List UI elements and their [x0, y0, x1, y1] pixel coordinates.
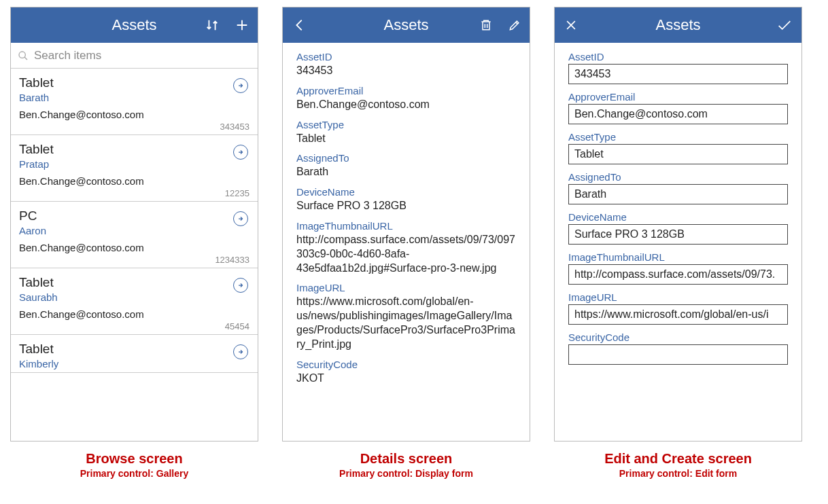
item-email: Ben.Change@contoso.com: [19, 109, 249, 120]
open-item-icon[interactable]: [233, 344, 248, 359]
display-field: ImageThumbnailURLhttp://compass.surface.…: [296, 220, 516, 275]
browse-title: Assets: [111, 16, 156, 34]
field-value: Ben.Change@contoso.com: [296, 98, 516, 112]
item-email: Ben.Change@contoso.com: [19, 175, 249, 187]
form-input[interactable]: [568, 264, 788, 285]
details-panel: Assets AssetID343453ApproverEmailBen.Cha…: [282, 7, 530, 442]
field-label: SecurityCode: [296, 359, 516, 370]
open-item-icon[interactable]: [233, 211, 248, 226]
field-label: AssetType: [296, 119, 516, 130]
form-field: ApproverEmail: [568, 91, 788, 124]
display-field: AssetID343453: [296, 51, 516, 78]
display-field: SecurityCodeJKOT: [296, 359, 516, 386]
form-input[interactable]: [568, 184, 788, 204]
form-label: DeviceName: [568, 211, 788, 223]
item-subtitle: Aaron: [19, 225, 249, 236]
open-item-icon[interactable]: [233, 78, 248, 93]
edit-header: Assets: [555, 7, 801, 43]
add-icon[interactable]: [235, 18, 249, 33]
form-field: AssetID: [568, 51, 788, 84]
form-input[interactable]: [568, 224, 788, 245]
search-box[interactable]: Search items: [11, 43, 258, 69]
edit-form: AssetIDApproverEmailAssetTypeAssignedToD…: [555, 43, 801, 441]
item-email: Ben.Change@contoso.com: [19, 308, 249, 320]
item-id: 1234333: [19, 255, 249, 265]
edit-title: Assets: [655, 16, 700, 34]
form-field: ImageURL: [568, 291, 788, 325]
form-input[interactable]: [568, 64, 788, 84]
item-subtitle: Kimberly: [19, 358, 249, 370]
display-field: AssignedToBarath: [296, 152, 516, 179]
panels: Assets S: [10, 7, 818, 442]
field-value: 343453: [296, 64, 516, 78]
edit-caption: Edit and Create screen Primary control: …: [554, 451, 802, 479]
form-label: ImageThumbnailURL: [568, 251, 788, 263]
display-form: AssetID343453ApproverEmailBen.Change@con…: [283, 43, 530, 441]
display-field: ImageURLhttps://www.microsoft.com/global…: [296, 282, 516, 351]
edit-caption-sub: Primary control: Edit form: [554, 468, 802, 479]
edit-caption-title: Edit and Create screen: [554, 451, 802, 467]
search-placeholder: Search items: [34, 49, 101, 62]
field-value: Tablet: [296, 132, 516, 146]
field-value: Barath: [296, 165, 516, 179]
form-label: ImageURL: [568, 291, 788, 303]
form-field: AssetType: [568, 131, 788, 164]
edit-panel: Assets AssetIDApproverEmailAssetTypeAssi…: [554, 7, 802, 442]
field-label: AssetID: [296, 51, 516, 62]
form-input[interactable]: [568, 344, 788, 365]
save-icon[interactable]: [776, 18, 793, 32]
field-value: https://www.microsoft.com/global/en-us/n…: [296, 295, 516, 351]
item-id: 343453: [19, 122, 249, 132]
item-subtitle: Barath: [19, 92, 249, 103]
back-icon[interactable]: [292, 18, 307, 33]
details-title: Assets: [383, 16, 428, 34]
browse-panel: Assets S: [10, 7, 258, 442]
item-id: 12235: [19, 188, 249, 198]
item-title: Tablet: [19, 142, 249, 157]
list-item[interactable]: TabletPratapBen.Change@contoso.com12235: [11, 135, 258, 202]
form-input[interactable]: [568, 104, 788, 124]
open-item-icon[interactable]: [233, 145, 248, 160]
list-item[interactable]: PCAaronBen.Change@contoso.com1234333: [11, 202, 258, 268]
item-title: Tablet: [19, 342, 249, 357]
list-item[interactable]: TabletKimberly: [11, 335, 258, 373]
item-title: Tablet: [19, 75, 249, 90]
field-label: AssignedTo: [296, 152, 516, 164]
details-caption-title: Details screen: [282, 451, 530, 467]
cancel-icon[interactable]: [564, 18, 578, 32]
form-label: AssetType: [568, 131, 788, 143]
form-field: SecurityCode: [568, 331, 788, 365]
form-input[interactable]: [568, 304, 788, 325]
search-icon: [18, 50, 29, 61]
item-id: 45454: [19, 321, 249, 331]
details-caption-sub: Primary control: Display form: [282, 468, 530, 479]
svg-point-0: [19, 52, 25, 58]
edit-icon[interactable]: [508, 18, 521, 32]
field-value: JKOT: [296, 372, 516, 386]
browse-caption-sub: Primary control: Gallery: [10, 468, 258, 479]
form-label: ApproverEmail: [568, 91, 788, 103]
form-field: DeviceName: [568, 211, 788, 245]
field-label: ApproverEmail: [296, 85, 516, 96]
display-field: DeviceNameSurface PRO 3 128GB: [296, 186, 516, 213]
item-subtitle: Saurabh: [19, 291, 249, 303]
form-label: SecurityCode: [568, 331, 788, 343]
form-field: AssignedTo: [568, 171, 788, 204]
sort-icon[interactable]: [205, 18, 220, 33]
browse-caption-title: Browse screen: [10, 451, 258, 467]
item-title: Tablet: [19, 275, 249, 290]
delete-icon[interactable]: [479, 18, 493, 32]
display-field: AssetTypeTablet: [296, 119, 516, 146]
browse-caption: Browse screen Primary control: Gallery: [10, 451, 258, 479]
list-item[interactable]: TabletBarathBen.Change@contoso.com343453: [11, 69, 258, 135]
gallery[interactable]: TabletBarathBen.Change@contoso.com343453…: [11, 69, 258, 441]
list-item[interactable]: TabletSaurabhBen.Change@contoso.com45454: [11, 268, 258, 335]
browse-header: Assets: [11, 7, 258, 43]
form-field: ImageThumbnailURL: [568, 251, 788, 285]
field-label: DeviceName: [296, 186, 516, 198]
field-label: ImageThumbnailURL: [296, 220, 516, 232]
field-value: Surface PRO 3 128GB: [296, 199, 516, 213]
form-input[interactable]: [568, 144, 788, 164]
captions: Browse screen Primary control: Gallery D…: [10, 451, 818, 479]
open-item-icon[interactable]: [233, 278, 248, 293]
